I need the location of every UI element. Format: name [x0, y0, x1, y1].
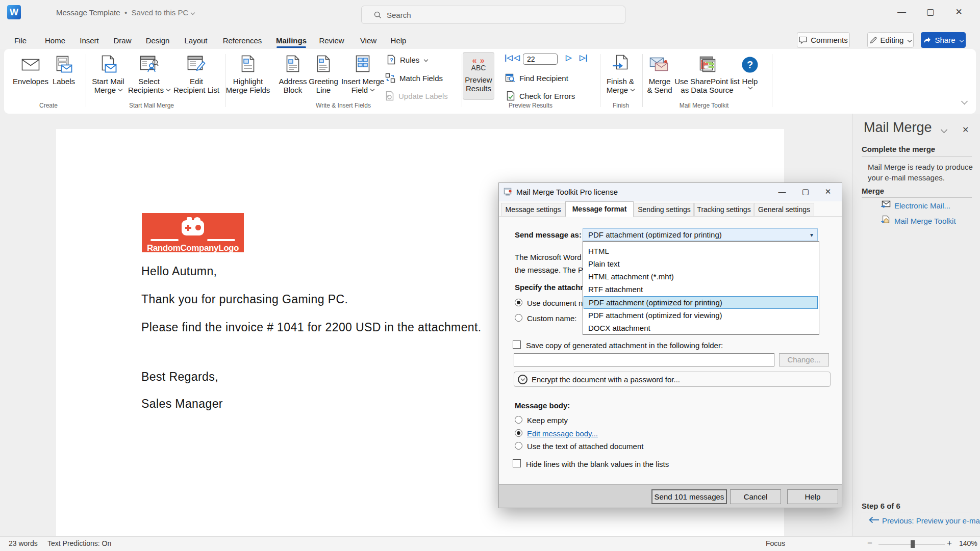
dropdown-option-plain-text[interactable]: Plain text [584, 258, 818, 271]
highlight-merge-fields-label2: Merge Fields [226, 86, 270, 94]
sharepoint-list-icon [697, 53, 717, 77]
hide-lines-checkbox[interactable] [513, 459, 521, 467]
folder-path-input[interactable] [514, 353, 774, 366]
dialog-maximize-button[interactable]: ▢ [795, 183, 816, 201]
dropdown-option-html[interactable]: HTML [584, 245, 818, 258]
tab-view[interactable]: View [360, 25, 376, 47]
pane-chevron-icon[interactable] [941, 126, 947, 133]
tab-mailings[interactable]: Mailings [276, 25, 307, 47]
dialog-tab-tracking-settings[interactable]: Tracking settings [694, 203, 753, 216]
next-record-button[interactable]: ▷ [566, 53, 572, 62]
document-title[interactable]: Message Template • Saved to this PC [56, 8, 194, 17]
pane-ready-text: Mail Merge is ready to produceyour e-mai… [868, 162, 973, 183]
maximize-button[interactable]: ▢ [918, 0, 942, 25]
custom-name-label: Custom name: [527, 314, 577, 323]
match-fields-button[interactable]: Match Fields [385, 73, 443, 83]
dropdown-option-docx[interactable]: DOCX attachment [584, 322, 818, 335]
editing-button[interactable]: Editing⌄ [867, 32, 914, 48]
update-labels-button[interactable]: Update Labels [385, 91, 448, 101]
insert-merge-field-button[interactable]: Insert Merge Field ⌄ [337, 53, 388, 94]
keep-empty-radio[interactable] [515, 416, 522, 424]
tab-home[interactable]: Home [45, 25, 65, 47]
use-attached-text-radio[interactable] [515, 442, 522, 450]
word-app-icon[interactable]: W [7, 5, 21, 19]
envelope-icon [21, 53, 40, 77]
mail-merge-toolkit-link[interactable]: Mail Merge Toolkit [894, 217, 956, 225]
zoom-level[interactable]: 140% [959, 539, 977, 547]
pane-rule [862, 197, 972, 198]
dialog-tab-general-settings[interactable]: General settings [754, 203, 814, 216]
send-messages-button[interactable]: Send 101 messages [651, 489, 727, 504]
save-copy-checkbox[interactable] [513, 340, 521, 349]
tab-file[interactable]: File [14, 25, 27, 47]
custom-name-radio[interactable] [515, 314, 522, 322]
tab-layout[interactable]: Layout [184, 25, 207, 47]
dialog-title-bar[interactable]: Mail Merge Toolkit Pro license — ▢ ✕ [499, 183, 842, 201]
find-recipient-button[interactable]: Find Recipient [505, 73, 568, 83]
encrypt-expander[interactable]: ⌄ Encrypt the document with a password f… [514, 372, 831, 387]
share-button[interactable]: Share⌄ [921, 32, 966, 48]
tab-review[interactable]: Review [319, 25, 344, 47]
record-number-input[interactable]: 22 [523, 54, 558, 65]
send-as-combobox[interactable]: PDF attachment (optimized for printing) … [583, 228, 818, 241]
tab-help[interactable]: Help [391, 25, 407, 47]
check-for-errors-label: Check for Errors [519, 92, 575, 100]
finish-merge-icon [612, 53, 629, 77]
edit-recipient-list-button[interactable]: Edit Recipient List [171, 53, 222, 94]
match-fields-label: Match Fields [399, 74, 443, 83]
specify-attachment-label: Specify the attachm [515, 283, 587, 292]
pane-previous-link[interactable]: Previous: Preview your e-mail m [882, 516, 980, 525]
dialog-desc-line1: The Microsoft Word [515, 253, 582, 261]
help-button[interactable]: ? Help ⌄ [724, 53, 775, 89]
zoom-slider-thumb[interactable] [911, 540, 915, 548]
select-recipients-button[interactable]: Select Recipients ⌄ [123, 53, 174, 94]
highlight-merge-fields-button[interactable]: Highlight Merge Fields [222, 53, 273, 94]
start-mail-merge-label2: Merge ⌄ [94, 86, 122, 94]
text-predictions[interactable]: Text Predictions: On [47, 539, 111, 547]
group-label-preview-results: Preview Results [509, 102, 552, 109]
check-for-errors-button[interactable]: Check for Errors [506, 91, 575, 101]
change-button[interactable]: Change... [779, 353, 829, 366]
focus-button[interactable]: Focus [766, 539, 785, 547]
labels-button[interactable]: Labels [38, 53, 89, 86]
tab-draw[interactable]: Draw [113, 25, 131, 47]
dialog-close-button[interactable]: ✕ [817, 183, 839, 201]
dialog-tab-message-settings[interactable]: Message settings [501, 203, 565, 216]
word-count[interactable]: 23 words [9, 539, 38, 547]
use-document-name-label: Use document n [527, 299, 583, 307]
first-record-button[interactable]: |◁ [505, 53, 513, 62]
rules-button[interactable]: ? Rules⌄ [387, 55, 428, 65]
collapse-ribbon-icon[interactable]: ⌄ [961, 98, 968, 104]
minimize-button[interactable]: — [890, 0, 914, 25]
search-input[interactable]: Search [361, 6, 625, 24]
zoom-out-button[interactable]: − [867, 538, 872, 548]
dialog-help-button[interactable]: Help [787, 489, 838, 504]
dropdown-option-mht[interactable]: HTML attachment (*.mht) [584, 271, 818, 283]
preview-results-button[interactable]: « » ABC Preview Results [463, 52, 494, 100]
saved-status[interactable]: Saved to this PC [132, 8, 189, 17]
dialog-tab-message-format[interactable]: Message format [565, 201, 634, 217]
electronic-mail-link[interactable]: Electronic Mail... [894, 201, 950, 210]
tab-design[interactable]: Design [146, 25, 170, 47]
dialog-tab-sending-settings[interactable]: Sending settings [635, 203, 694, 216]
previous-record-button[interactable]: ◁ [514, 53, 520, 62]
dialog-footer: Send 101 messages Cancel Help [499, 484, 842, 508]
comments-button[interactable]: Comments [797, 32, 850, 48]
pane-close-icon[interactable]: ✕ [962, 125, 969, 135]
dropdown-option-rtf[interactable]: RTF attachment [584, 283, 818, 296]
find-recipient-icon [505, 73, 515, 83]
use-document-name-radio[interactable] [515, 299, 522, 306]
edit-message-body-radio[interactable] [515, 429, 522, 437]
greeting-line-label2: Line [316, 86, 331, 94]
tab-references[interactable]: References [223, 25, 262, 47]
cancel-button[interactable]: Cancel [730, 489, 781, 504]
close-button[interactable]: ✕ [947, 0, 971, 25]
last-record-button[interactable]: ▷| [580, 53, 588, 62]
dropdown-option-pdf-printing[interactable]: PDF attachment (optimized for printing) [584, 296, 818, 309]
zoom-in-button[interactable]: + [947, 538, 952, 548]
dialog-minimize-button[interactable]: — [771, 183, 793, 201]
edit-message-body-link[interactable]: Edit message body... [527, 429, 598, 438]
dropdown-option-pdf-viewing[interactable]: PDF attachment (optimized for viewing) [584, 309, 818, 322]
tab-insert[interactable]: Insert [80, 25, 99, 47]
save-copy-label: Save copy of generated attachment in the… [526, 341, 723, 350]
